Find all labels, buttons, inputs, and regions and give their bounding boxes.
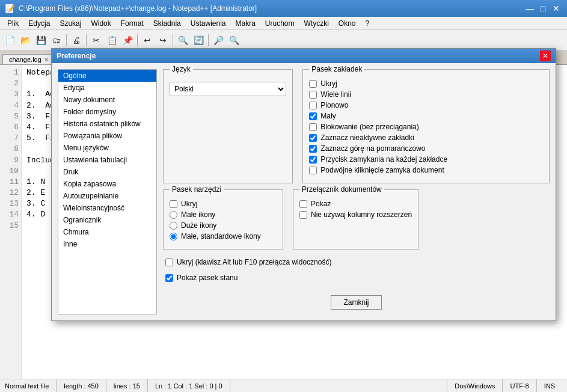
tabbar-checkbox-label-7: Przycisk zamykania na każdej zakładce [320,155,447,164]
tabbar-checkbox-label-2: Pionowo [320,101,348,109]
maximize-button[interactable]: □ [537,2,549,14]
menu-item-makra[interactable]: Makra [231,18,260,29]
prefs-item-7[interactable]: Ustawienia tabulacji [58,154,156,166]
prefs-item-5[interactable]: Powiązania plików [58,130,156,142]
open-button[interactable]: 📂 [18,33,32,47]
menu-item-edycja[interactable]: Edycja [23,18,55,29]
line-num-12: 12 [2,188,19,198]
toolbar-cb-label-0: Ukryj [181,200,197,208]
language-select[interactable]: Polski English Deutsch Français [170,82,286,96]
minimize-button[interactable]: — [524,2,536,14]
tabbar-checkbox-0[interactable] [309,80,317,88]
window-close-button[interactable]: ✕ [550,2,562,14]
status-position: Ln : 1 Col : 1 Sel : 0 | 0 [148,379,230,392]
tabbar-checkbox-5[interactable] [309,134,317,142]
toolbar-radio-row-0: Małe ikony [170,210,277,219]
title-bar-right: — □ ✕ [524,2,562,14]
toolbar-checkbox-0[interactable] [170,200,177,208]
tabbar-checkbox-label-6: Zaznacz górę na pomarańczowo [320,144,425,153]
prefs-item-4[interactable]: Historia ostatnich plików [58,118,156,130]
prefs-item-12[interactable]: Ogranicznik [58,214,156,226]
status-mode: INS [537,379,562,392]
menu-item-składnia[interactable]: Składnia [149,18,186,29]
tabbar-checkbox-row-6: Zaznacz górę na pomarańczowo [309,144,543,153]
toolbar-section: Pasek narzędzi UkryjMałe ikonyDuże ikony… [163,189,283,250]
tab-close-button[interactable]: ✕ [44,57,49,63]
prefs-item-13[interactable]: Chmura [58,226,156,238]
toolbar-separator-4 [173,34,173,46]
toolbar-radio-row-1: Duże ikony [170,221,277,230]
doc-switcher-section: Przełącznik dokumentów PokażNie używaj k… [293,189,418,250]
menu-item-wtyczki[interactable]: Wtyczki [299,18,334,29]
menu-item-?[interactable]: ? [361,18,375,29]
tabbar-checkbox-8[interactable] [309,167,317,174]
prefs-item-11[interactable]: Wieloinstancyjność [58,202,156,214]
bottom-checkbox-0[interactable] [165,259,173,266]
toolbar: 📄 📂 💾 🗂 🖨 ✂ 📋 📌 ↩ ↪ 🔍 🔄 🔎 🔍 [0,30,567,51]
tabbar-checkbox-row-5: Zaznacz nieaktywne zakładki [309,133,543,142]
toolbar-radio-1[interactable] [170,222,177,230]
redo-button[interactable]: ↪ [156,33,170,47]
line-num-11: 11 [2,177,19,188]
tabbar-checkbox-2[interactable] [309,102,317,109]
prefs-close-dialog-button[interactable]: Zamknij [331,295,381,310]
tab-label: change.log [9,56,41,63]
new-button[interactable]: 📄 [2,33,17,47]
print-button[interactable]: 🖨 [69,33,84,47]
prefs-item-14[interactable]: Inne [58,238,156,250]
tabbar-checkbox-label-8: Podwójne kliknięcie zamyka dokument [320,166,444,174]
menu-item-widok[interactable]: Widok [86,18,115,29]
prefs-item-1[interactable]: Edycja [58,82,156,94]
prefs-item-3[interactable]: Folder domyślny [58,106,156,118]
save-button[interactable]: 💾 [34,33,48,47]
tabbar-checkbox-row-2: Pionowo [309,101,543,109]
tab-changelog[interactable]: change.log ✕ [2,54,55,64]
prefs-item-10[interactable]: Autouzupełnianie [58,190,156,202]
status-lineending: Dos\Windows [447,379,503,392]
toolbar-cb-row-0: Ukryj [170,200,277,208]
tabbar-checkbox-row-4: Blokowanie (bez przeciągania) [309,123,543,131]
doc-switcher-checkbox-0[interactable] [299,200,307,208]
app-icon: 📝 [5,4,15,13]
prefs-item-8[interactable]: Druk [58,166,156,178]
menu-item-szukaj[interactable]: Szukaj [55,18,86,29]
undo-button[interactable]: ↩ [140,33,155,47]
menu-item-format[interactable]: Format [116,18,149,29]
prefs-title: Preferencje [57,52,96,60]
prefs-item-2[interactable]: Nowy dokument [58,94,156,106]
prefs-title-bar: Preferencje ✕ [52,49,556,63]
copy-button[interactable]: 📋 [105,33,119,47]
prefs-item-0[interactable]: Ogólne [58,70,156,82]
tabbar-checkbox-1[interactable] [309,91,317,99]
prefs-close-button[interactable]: ✕ [540,51,551,61]
menu-item-ustawienia[interactable]: Ustawienia [186,18,231,29]
menu-item-plik[interactable]: Plik [2,18,23,29]
prefs-item-6[interactable]: Menu języków [58,142,156,154]
title-bar: 📝 C:\Program Files (x86)\Notepad++\chang… [0,0,567,17]
toolbar-radio-row-2: Małe, standardowe ikony [170,232,277,240]
tabbar-checkbox-3[interactable] [309,112,317,120]
replace-button[interactable]: 🔄 [191,33,206,47]
line-num-3: 3 [2,89,19,100]
prefs-sidebar: OgólneEdycjaNowy dokumentFolder domyślny… [58,69,157,314]
prefs-item-9[interactable]: Kopia zapasowa [58,178,156,190]
doc-switcher-checkbox-1[interactable] [299,211,307,219]
paste-button[interactable]: 📌 [120,33,135,47]
bottom-cb-label-1: Pokaż pasek stanu [177,274,238,282]
tabbar-checkbox-4[interactable] [309,123,317,131]
toolbar-radio-0[interactable] [170,211,177,219]
zoom-out-button[interactable]: 🔍 [227,33,241,47]
tabbar-checkbox-7[interactable] [309,156,317,164]
save-all-button[interactable]: 🗂 [49,33,64,47]
preferences-dialog: Preferencje ✕ OgólneEdycjaNowy dokumentF… [51,48,556,321]
zoom-in-button[interactable]: 🔎 [211,33,225,47]
menu-item-uruchom[interactable]: Uruchom [260,18,299,29]
toolbar-radio-2[interactable] [170,233,177,240]
cut-button[interactable]: ✂ [89,33,103,47]
doc-switcher-cb-row-1: Nie używaj kolumny rozszerzeń [299,210,412,219]
tabbar-checkbox-6[interactable] [309,145,317,153]
status-bar: Normal text file length : 450 lines : 15… [0,379,567,392]
find-button[interactable]: 🔍 [176,33,190,47]
menu-item-okno[interactable]: Okno [334,18,361,29]
bottom-checkbox-1[interactable] [165,274,173,282]
